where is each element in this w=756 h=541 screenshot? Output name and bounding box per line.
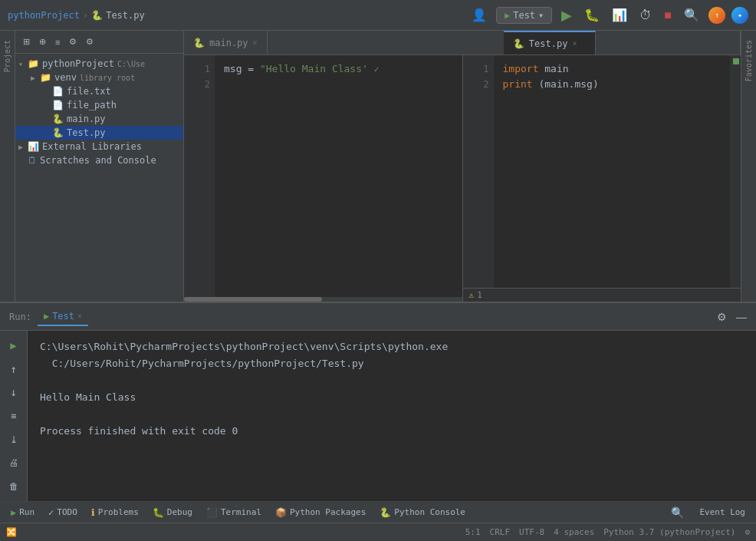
current-file[interactable]: Test.py xyxy=(106,10,145,21)
output-clear-btn[interactable]: 🗑 xyxy=(5,477,23,495)
output-run-btn[interactable]: ▶ xyxy=(5,337,23,355)
tab-mainpy-close[interactable]: × xyxy=(253,38,258,47)
code-content-test[interactable]: import main print (main.msg) xyxy=(494,55,731,288)
tab-testpy[interactable]: 🐍 Test.py × xyxy=(504,31,596,54)
toolbar-todo-label: TODO xyxy=(57,507,77,517)
run-config-dropdown[interactable]: ▶ Test ▾ xyxy=(496,7,552,24)
code-content-main[interactable]: msg = "Hello Main Class' ✓ xyxy=(215,55,462,297)
code-area-main[interactable]: 1 2 msg = "Hello Main Class' ✓ xyxy=(184,55,462,297)
output-wrap-btn[interactable]: ≡ xyxy=(5,407,23,425)
panel-settings-btn[interactable]: ⚙ xyxy=(714,308,730,326)
scrollbar-main[interactable] xyxy=(184,297,462,302)
file-icon: 📄 xyxy=(52,100,64,111)
plugin-icon[interactable]: ✦ xyxy=(731,7,748,24)
output-line-5 xyxy=(40,406,744,423)
toolbar-python-console-label: Python Console xyxy=(394,507,465,517)
file-tree-panel: ⊞ ⊕ ≡ ⚙ ⚙ ▾ 📁 pythonProject C:\Use ▶ 📁 v… xyxy=(15,31,184,302)
code-area-test[interactable]: 1 2 import main print (main.msg) xyxy=(463,55,741,288)
profile-button[interactable]: 👤 xyxy=(468,5,490,25)
toolbar-todo-btn[interactable]: ✓ TODO xyxy=(42,506,84,520)
settings-icon[interactable]: ⚙ xyxy=(744,527,750,537)
warning-icon: ⚠ xyxy=(469,290,475,300)
run-output: ▶ ↑ ↓ ≡ ⤓ 🖨 🗑 C:\Users\Rohit\PycharmProj… xyxy=(0,331,756,501)
tree-expand-btn[interactable]: ⊞ xyxy=(20,34,33,50)
stop-button[interactable]: ■ xyxy=(661,5,675,25)
tab-testpy-close[interactable]: × xyxy=(572,39,577,48)
scratches-name: Scratches and Console xyxy=(40,155,156,166)
python-icon: 🐍 xyxy=(52,127,64,138)
tree-settings-btn[interactable]: ⚙ xyxy=(83,34,97,50)
debug-icon: 🐛 xyxy=(153,507,164,518)
toolbar-search-btn[interactable]: 🔍 xyxy=(668,505,687,520)
output-line-6: Process finished with exit code 0 xyxy=(40,423,744,440)
toolbar-python-console-btn[interactable]: 🐍 Python Console xyxy=(373,506,472,520)
tree-add-btn[interactable]: ⊕ xyxy=(36,34,49,50)
toolbar-python-packages-btn[interactable]: 📦 Python Packages xyxy=(269,506,372,520)
toolbar-debug-btn[interactable]: 🐛 Debug xyxy=(146,506,199,520)
output-scroll-end-btn[interactable]: ⤓ xyxy=(5,430,23,448)
encoding[interactable]: UTF-8 xyxy=(519,527,544,537)
tree-item-filetxt[interactable]: 📄 file.txt xyxy=(15,84,183,98)
tree-item-testpy[interactable]: 🐍 Test.py xyxy=(15,126,183,140)
run-tab-close[interactable]: × xyxy=(77,312,82,320)
toolbar-event-log-btn[interactable]: Event Log xyxy=(693,506,751,519)
coverage-button[interactable]: 📊 xyxy=(609,5,630,25)
search-button[interactable]: 🔍 xyxy=(681,5,702,25)
scrollbar-thumb[interactable] xyxy=(184,297,322,302)
run-tab-icon: ▶ xyxy=(44,311,49,322)
panel-minimize-btn[interactable]: — xyxy=(733,308,750,326)
indent-setting[interactable]: 4 spaces xyxy=(554,527,594,537)
toolbar-right: 🔍 Event Log xyxy=(668,505,751,520)
tree-item-mainpy[interactable]: 🐍 main.py xyxy=(15,112,183,126)
output-print-btn[interactable]: 🖨 xyxy=(5,454,23,472)
favorites-label[interactable]: Favorites xyxy=(744,40,753,81)
git-icon: 🔀 xyxy=(6,527,17,537)
code-token: "Hello Main Class' xyxy=(260,63,368,74)
output-up-btn[interactable]: ↑ xyxy=(5,361,23,378)
output-down-btn[interactable]: ↓ xyxy=(5,384,23,401)
interpreter[interactable]: Python 3.7 (pythonProject) xyxy=(603,527,735,537)
debug-button[interactable]: 🐛 xyxy=(581,5,603,25)
tab-mainpy-label: main.py xyxy=(209,38,248,48)
chart-icon: 📊 xyxy=(28,141,39,152)
editor-pane-main: 1 2 msg = "Hello Main Class' ✓ xyxy=(184,55,463,302)
tree-item-root[interactable]: ▾ 📁 pythonProject C:\Use xyxy=(15,57,183,71)
tab-mainpy[interactable]: 🐍 main.py × xyxy=(184,31,268,54)
folder-icon: 📁 xyxy=(40,72,51,83)
code-token: msg xyxy=(224,63,242,74)
right-tab-area: 🐍 Test.py × xyxy=(268,31,741,54)
output-line-4: Hello Main Class xyxy=(40,389,744,406)
toolbar-problems-btn[interactable]: ℹ Problems xyxy=(85,506,145,520)
run-config-arrow: ▾ xyxy=(538,10,544,21)
cursor-position[interactable]: 5:1 xyxy=(465,527,481,537)
editors-split: 1 2 msg = "Hello Main Class' ✓ xyxy=(184,55,741,302)
update-icon[interactable]: ↑ xyxy=(708,7,725,24)
project-name[interactable]: pythonProject xyxy=(8,10,80,21)
tree-item-scratches[interactable]: 🗒 Scratches and Console xyxy=(15,153,183,167)
output-line-3 xyxy=(40,372,744,389)
favorites-strip: Favorites xyxy=(741,31,756,302)
tree-collapse-btn[interactable]: ≡ xyxy=(52,35,63,50)
line-separator[interactable]: CRLF xyxy=(490,527,511,537)
tree-item-filepath[interactable]: 📄 file_path xyxy=(15,98,183,112)
bottom-toolbar: ▶ Run ✓ TODO ℹ Problems 🐛 Debug ⬛ Termin… xyxy=(0,501,756,523)
run-tab[interactable]: ▶ Test × xyxy=(38,308,88,326)
tab-testpy-label: Test.py xyxy=(529,38,568,49)
tree-item-venv[interactable]: ▶ 📁 venv library root xyxy=(15,71,183,84)
status-right: 5:1 CRLF UTF-8 4 spaces Python 3.7 (pyth… xyxy=(465,527,750,537)
project-strip-label[interactable]: Project xyxy=(3,40,12,72)
toolbar-terminal-btn[interactable]: ⬛ Terminal xyxy=(200,506,268,520)
tree-item-extlibs[interactable]: ▶ 📊 External Libraries xyxy=(15,140,183,153)
toolbar-python-packages-label: Python Packages xyxy=(290,507,366,517)
event-log-label: Event Log xyxy=(699,507,745,517)
profile-run-button[interactable]: ⏱ xyxy=(636,5,655,25)
tree-gear-btn[interactable]: ⚙ xyxy=(66,34,80,50)
python-icon: 🐍 xyxy=(52,114,64,124)
toolbar-run-btn[interactable]: ▶ Run xyxy=(5,506,41,520)
expand-icon: ▾ xyxy=(18,60,28,68)
extlibs-name: External Libraries xyxy=(42,141,142,152)
editor-tabs: 🐍 main.py × 🐍 Test.py × xyxy=(184,31,741,55)
run-button[interactable]: ▶ xyxy=(558,4,575,27)
top-bar-right: 👤 ▶ Test ▾ ▶ 🐛 📊 ⏱ ■ 🔍 ↑ ✦ xyxy=(468,4,748,27)
bottom-right-icons: ⚙ — xyxy=(714,308,750,326)
